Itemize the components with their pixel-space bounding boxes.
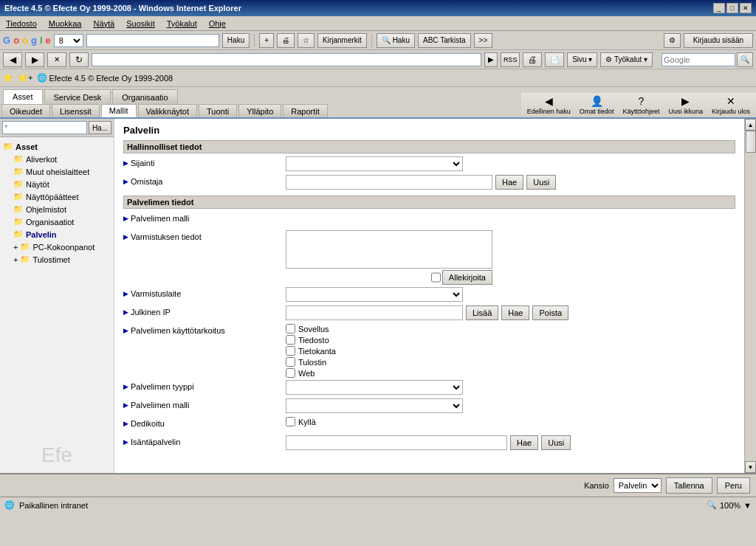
- isantapalvelin-hae-button[interactable]: Hae: [510, 435, 538, 450]
- menu-muokkaa[interactable]: Muokkaa: [46, 18, 85, 29]
- menu-ohje[interactable]: Ohje: [206, 18, 229, 29]
- signin-button[interactable]: Kirjaudu sisään: [684, 33, 753, 48]
- page-search-input[interactable]: [662, 53, 735, 66]
- palvelimen-tyyppi-select[interactable]: [286, 380, 463, 395]
- go-button[interactable]: ▶: [484, 52, 498, 67]
- cancel-button[interactable]: Peru: [717, 477, 750, 494]
- expand-sijainti-icon[interactable]: ▶: [123, 159, 128, 167]
- palvelimen-malli-select[interactable]: [286, 398, 463, 413]
- julkinen-ip-poista-button[interactable]: Poista: [532, 305, 568, 320]
- star-button[interactable]: ☆: [298, 33, 315, 48]
- haku-button[interactable]: 🔍 Haku: [377, 33, 415, 48]
- isantapalvelin-input[interactable]: [286, 435, 507, 450]
- tree-item-muut[interactable]: 📁 Muut oheislaitteet: [3, 165, 111, 178]
- expand-varmistuksen-icon[interactable]: ▶: [123, 233, 128, 241]
- rss-button[interactable]: RSS: [501, 52, 520, 67]
- varmistuksen-textarea[interactable]: [286, 230, 492, 269]
- menu-suosikit[interactable]: Suosikit: [123, 18, 158, 29]
- google-search-input[interactable]: [86, 34, 219, 47]
- subtab-lisenssit[interactable]: Lisenssit: [52, 104, 100, 117]
- sivu-button[interactable]: Sivu ▾: [567, 52, 597, 67]
- tree-item-aliverkot[interactable]: 📁 Aliverkot: [3, 153, 111, 165]
- allekirjoita-button[interactable]: Allekirjoita: [442, 270, 492, 285]
- page-search-button[interactable]: 🔍: [737, 52, 753, 67]
- tree-item-tulostimet[interactable]: + 📁 Tulostimet: [3, 253, 111, 266]
- google-version-select[interactable]: 8: [54, 34, 83, 47]
- page-button[interactable]: 📄: [545, 52, 564, 67]
- nav-new-window[interactable]: ▶ Uusi ikkuna: [665, 94, 706, 116]
- expand-dedikoitu-icon[interactable]: ▶: [123, 420, 128, 427]
- more-button[interactable]: >>: [474, 33, 493, 48]
- tree-item-organisaatiot[interactable]: 📁 Organisaatiot: [3, 215, 111, 228]
- varmistuslaite-select[interactable]: [286, 287, 463, 302]
- subtab-mallit[interactable]: Mallit: [101, 104, 137, 117]
- bookmarks-button[interactable]: Kirjanmerkit: [317, 33, 367, 48]
- expand-malli-select-icon[interactable]: ▶: [123, 401, 128, 409]
- maximize-button[interactable]: □: [726, 3, 738, 13]
- menu-nayta[interactable]: Näytä: [90, 18, 117, 29]
- print-button[interactable]: 🖨: [277, 33, 295, 48]
- cb-web[interactable]: [286, 368, 295, 378]
- nav-my-info[interactable]: 👤 Omat tiedot: [577, 94, 617, 116]
- expand-kayttotarkoitus-icon[interactable]: ▶: [123, 327, 128, 334]
- tree-item-palvelin[interactable]: 📁 Palvelin: [3, 228, 111, 241]
- tree-root-asset[interactable]: 📁 Asset: [3, 140, 111, 153]
- menu-tyokalut[interactable]: Työkalut: [164, 18, 200, 29]
- subtab-raportit[interactable]: Raportit: [283, 104, 328, 117]
- cb-sovellus[interactable]: [286, 324, 295, 334]
- subtab-yllapito[interactable]: Ylläpito: [238, 104, 281, 117]
- sijainti-select[interactable]: [286, 156, 463, 171]
- cb-tietokanta[interactable]: [286, 346, 295, 356]
- subtab-valikknäytot[interactable]: Valikknäytot: [138, 104, 198, 117]
- expand-julkinen-ip-icon[interactable]: ▶: [123, 308, 128, 316]
- isantapalvelin-uusi-button[interactable]: Uusi: [541, 435, 571, 450]
- nav-prev-search[interactable]: ◀ Edellinen haku: [524, 94, 574, 116]
- efecte-fav-item[interactable]: 🌐 Efecte 4.5 © Efecte Oy 1999-2008: [37, 73, 173, 83]
- omistaja-uusi-button[interactable]: Uusi: [526, 175, 556, 190]
- sidebar-search-button[interactable]: Ha...: [89, 121, 111, 134]
- julkinen-ip-input[interactable]: [286, 305, 463, 320]
- tree-item-nayttopaat[interactable]: 📁 Näyttöpäätteet: [3, 190, 111, 203]
- tab-asset[interactable]: Asset: [3, 89, 43, 104]
- expand-omistaja-icon[interactable]: ▶: [123, 178, 128, 185]
- subtab-oikeudet[interactable]: Oikeudet: [1, 104, 50, 117]
- tab-organisaatio[interactable]: Organisaatio: [112, 89, 177, 104]
- dedikoitu-checkbox[interactable]: [286, 417, 295, 426]
- nav-logout[interactable]: ✕ Kirjaudu ulos: [709, 94, 753, 116]
- close-button[interactable]: ✕: [740, 3, 752, 13]
- julkinen-ip-hae-button[interactable]: Hae: [501, 305, 529, 320]
- address-input[interactable]: http://kss113efecte/efecte42/eframe_Mr/E…: [92, 53, 481, 66]
- tree-item-naytot[interactable]: 📁 Näytöt: [3, 178, 111, 190]
- stop-button[interactable]: ✕: [47, 52, 66, 67]
- varmistuksen-checkbox[interactable]: [431, 270, 441, 285]
- tree-item-pc-kokoonpanot[interactable]: + 📁 PC-Kokoonpanot: [3, 241, 111, 253]
- folder-select[interactable]: Palvelin: [614, 478, 662, 493]
- expand-tyyppi-icon[interactable]: ▶: [123, 383, 128, 390]
- print-page-button[interactable]: 🖨: [523, 52, 542, 67]
- cb-tulostin[interactable]: [286, 357, 295, 367]
- omistaja-input[interactable]: [286, 175, 492, 190]
- cb-tiedosto[interactable]: [286, 335, 295, 345]
- scroll-down-button[interactable]: ▼: [745, 461, 756, 473]
- julkinen-ip-lisaa-button[interactable]: Lisää: [466, 305, 498, 320]
- forward-button[interactable]: ▶: [25, 52, 44, 67]
- refresh-button[interactable]: ↻: [69, 52, 89, 67]
- sidebar-search-input[interactable]: [2, 121, 87, 134]
- expand-isantapalvelin-icon[interactable]: ▶: [123, 438, 128, 446]
- scroll-up-button[interactable]: ▲: [745, 119, 756, 131]
- expand-malli-text-icon[interactable]: ▶: [123, 215, 128, 222]
- add-page-button[interactable]: +: [259, 33, 274, 48]
- nav-help[interactable]: ? Käyttöohjeet: [619, 94, 662, 116]
- scroll-thumb[interactable]: [746, 131, 756, 153]
- subtab-tuonti[interactable]: Tuonti: [199, 104, 237, 117]
- google-search-button[interactable]: Haku: [222, 33, 250, 48]
- menu-tiedosto[interactable]: Tiedosto: [3, 18, 40, 29]
- settings-button[interactable]: ⚙: [664, 33, 681, 48]
- expand-varmistuslaite-icon[interactable]: ▶: [123, 290, 128, 297]
- tab-service-desk[interactable]: Service Desk: [44, 89, 111, 104]
- omistaja-hae-button[interactable]: Hae: [495, 175, 523, 190]
- save-button[interactable]: Tallenna: [666, 477, 712, 494]
- back-button[interactable]: ◀: [3, 52, 22, 67]
- tarkista-button[interactable]: ABC Tarkista: [418, 33, 471, 48]
- minimize-button[interactable]: _: [713, 3, 725, 13]
